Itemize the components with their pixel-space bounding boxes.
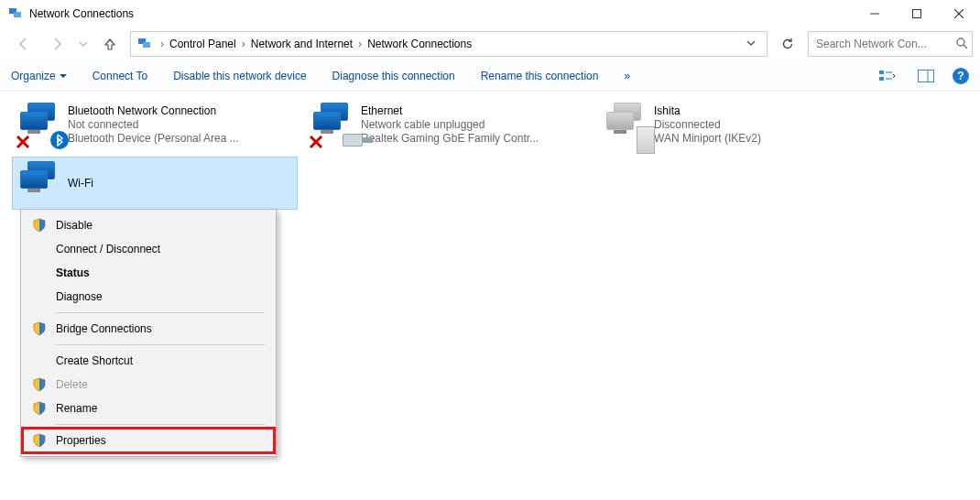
maximize-button[interactable] [896, 0, 938, 27]
address-bar: › Control Panel › Network and Internet ›… [0, 27, 980, 60]
context-menu: Disable Connect / Disconnect Status Diag… [20, 209, 277, 457]
svg-rect-10 [879, 71, 884, 74]
preview-pane-button[interactable] [914, 66, 938, 86]
connection-status: Not connected [68, 118, 293, 131]
menu-connect-disconnect[interactable]: Connect / Disconnect [23, 237, 274, 261]
connection-status: Disconnected [654, 118, 879, 131]
connection-icon [603, 101, 654, 148]
titlebar: Network Connections [0, 0, 980, 27]
connection-detail: Bluetooth Device (Personal Area ... [68, 132, 293, 145]
organize-menu[interactable]: Organize [11, 70, 67, 82]
nav-forward-button[interactable] [44, 31, 70, 57]
menu-item-label: Disable [56, 219, 265, 232]
chevron-right-icon: › [157, 38, 168, 50]
error-x-icon [308, 134, 324, 150]
connection-title: Ethernet [361, 104, 586, 117]
svg-line-9 [964, 45, 967, 49]
svg-rect-14 [919, 70, 934, 82]
breadcrumb-item[interactable]: Network Connections [367, 38, 472, 50]
connection-title: Bluetooth Network Connection [68, 104, 293, 117]
disable-device-button[interactable]: Disable this network device [173, 70, 306, 82]
connect-to-button[interactable]: Connect To [93, 70, 148, 82]
diagnose-connection-button[interactable]: Diagnose this connection [332, 70, 455, 82]
menu-item-label: Bridge Connections [56, 322, 265, 335]
organize-label: Organize [11, 70, 56, 82]
network-connections-icon [7, 5, 24, 22]
nav-up-button[interactable] [97, 31, 123, 57]
nav-recent-dropdown[interactable] [77, 31, 90, 57]
toolbar-overflow[interactable]: » [624, 70, 630, 82]
search-box[interactable] [808, 31, 973, 57]
svg-rect-1 [14, 12, 21, 17]
bluetooth-icon [49, 130, 70, 150]
connection-icon [16, 101, 68, 148]
refresh-button[interactable] [775, 31, 800, 57]
shield-icon [30, 216, 49, 234]
svg-rect-7 [143, 42, 150, 48]
menu-diagnose[interactable]: Diagnose [23, 285, 274, 309]
menu-item-label: Delete [56, 378, 265, 391]
menu-delete: Delete [23, 373, 274, 397]
rename-connection-button[interactable]: Rename this connection [481, 70, 599, 82]
connection-tile-wifi[interactable]: Wi-Fi [13, 158, 297, 209]
menu-item-label: Diagnose [56, 290, 265, 303]
connection-tile-bluetooth[interactable]: Bluetooth Network Connection Not connect… [13, 99, 297, 150]
close-button[interactable] [938, 0, 980, 27]
nav-back-button[interactable] [11, 31, 37, 57]
menu-separator [56, 344, 265, 345]
menu-separator [56, 424, 265, 425]
connection-status: Network cable unplugged [361, 118, 586, 131]
breadcrumb-history-dropdown[interactable] [741, 38, 761, 50]
connections-area: Bluetooth Network Connection Not connect… [0, 92, 980, 110]
breadcrumb-item[interactable]: Network and Internet [251, 38, 353, 50]
menu-bridge-connections[interactable]: Bridge Connections [23, 317, 274, 341]
breadcrumb[interactable]: › Control Panel › Network and Internet ›… [130, 31, 768, 57]
connection-icon [310, 101, 361, 148]
connection-title: Ishita [654, 104, 879, 117]
connection-title: Wi-Fi [68, 177, 293, 190]
svg-rect-11 [879, 77, 884, 81]
menu-create-shortcut[interactable]: Create Shortcut [23, 349, 274, 373]
menu-item-label: Status [56, 266, 265, 279]
menu-rename[interactable]: Rename [23, 397, 274, 420]
menu-disable[interactable]: Disable [23, 213, 274, 237]
server-tower-icon [636, 130, 656, 150]
search-input[interactable] [814, 37, 955, 51]
breadcrumb-item[interactable]: Control Panel [169, 38, 236, 50]
menu-item-label: Create Shortcut [56, 354, 265, 367]
view-options-button[interactable] [876, 66, 899, 86]
menu-separator [56, 312, 265, 313]
connection-tile-ethernet[interactable]: Ethernet Network cable unplugged Realtek… [306, 99, 590, 150]
help-button[interactable]: ? [953, 68, 969, 84]
shield-icon [30, 399, 49, 418]
search-icon[interactable] [955, 37, 968, 52]
connection-tile-vpn[interactable]: Ishita Disconnected WAN Miniport (IKEv2) [599, 99, 883, 150]
ethernet-icon [343, 130, 363, 150]
shield-icon [30, 431, 49, 450]
window-title: Network Connections [29, 7, 134, 20]
chevron-right-icon: › [238, 38, 249, 50]
menu-item-label: Rename [56, 402, 265, 415]
menu-item-label: Properties [56, 434, 265, 447]
chevron-right-icon: › [354, 38, 365, 50]
connection-detail: Realtek Gaming GbE Family Contr... [361, 132, 586, 145]
shield-icon [30, 320, 49, 338]
error-x-icon [15, 134, 31, 150]
svg-rect-3 [913, 10, 921, 18]
menu-status[interactable]: Status [23, 261, 274, 285]
menu-item-label: Connect / Disconnect [56, 243, 265, 255]
connection-icon [16, 159, 68, 207]
shield-icon [30, 375, 49, 394]
network-connections-icon [136, 36, 153, 52]
menu-properties[interactable]: Properties [23, 429, 274, 452]
svg-point-8 [957, 38, 964, 46]
command-bar: Organize Connect To Disable this network… [0, 60, 980, 92]
minimize-button[interactable] [854, 0, 896, 27]
connection-detail: WAN Miniport (IKEv2) [654, 132, 879, 145]
